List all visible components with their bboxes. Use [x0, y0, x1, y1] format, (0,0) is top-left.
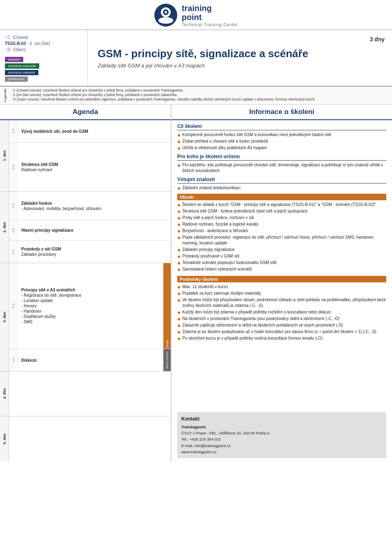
vstupni-title: Vstupní znalosti [177, 177, 386, 184]
prokoho-block: Pro koho je školení určeno ● Pro každého… [177, 154, 386, 174]
svg-point-4 [158, 17, 173, 24]
day-label-2: 2. den [0, 192, 9, 263]
podminky-block: Podmínky školení ●Max. 12 studentů v kur… [177, 276, 386, 342]
agenda-d3b1: 6.h Principy sítě v A3 scénářích - Regis… [9, 263, 171, 349]
obsah-item-8: ●Tematické scénáře popisující funkcional… [177, 260, 386, 266]
podminky-item-6: ●Zdarma je po školení poskytováno až x h… [177, 329, 386, 335]
bullet-o-7: ● [177, 253, 180, 259]
obsah-item-0: ●Školení se skládá z kurzů "GSM - princi… [177, 202, 386, 208]
bullet-p-4: ● [177, 316, 180, 322]
legend-items: · C (Closed course): Uzavřené školení ur… [11, 88, 316, 101]
podminky-title: Podmínky školení [177, 276, 386, 282]
legend-label: Legenda [3, 89, 7, 102]
info-header: Informace o školení [172, 105, 392, 120]
day-labels-col: 1. den 2. den 3. den 4. den [0, 120, 9, 461]
bullet-o-0: ● [177, 202, 180, 208]
content-d1b1: Vývoj mobilních sítí, úvod do GSM [18, 120, 171, 142]
day-label-5: 5. den [0, 416, 9, 461]
bullet-p-3: ● [177, 309, 180, 315]
color-bar-gray: Školící místnost [163, 349, 171, 371]
agenda-header: Agenda [0, 105, 171, 120]
agenda-d5-empty [9, 416, 171, 461]
obsah-title: Obsah [177, 194, 386, 200]
obsah-item-3: ●Rádiové rozhraní, fyzické a logické kan… [177, 222, 386, 227]
tagline: Technical Training Center [182, 22, 238, 27]
podminky-item-7: ●Po skončení kurzu je v případě potřeby … [177, 336, 386, 341]
day-label-1: 1. den [0, 120, 9, 192]
bullet-o-6: ● [177, 247, 180, 253]
cil-title: Cíl školení [177, 123, 386, 130]
bullet-pk-0: ● [177, 162, 180, 168]
code-types: - C (Closed) TS2G-B-03 - S (on-Site) - O… [5, 34, 82, 53]
contact-title: Kontakt [181, 415, 382, 423]
agenda-d1b1: 1.h Vývoj mobilních sítí, úvod do GSM [9, 120, 171, 143]
cil-item-0: ● Komplexně porozumět funkcí sítě GSM a … [177, 132, 386, 138]
course-strip: - C (Closed) TS2G-B-03 - S (on-Site) - O… [0, 30, 392, 87]
podminky-item-3: ●Každý den může být zdarma v případě pot… [177, 309, 386, 315]
tag-expertni: expertní [5, 57, 23, 62]
contact-company: Trainingpoint [181, 424, 382, 430]
course-title: GSM - principy sítě, signalizace a scéná… [98, 47, 351, 60]
right-info-panel: GSM - principy sítě, signalizace a scéná… [88, 30, 392, 86]
agenda-d3b2: 1.h Diskuze Školící místnost [9, 349, 171, 371]
logo-text: training point Technical Training Center [182, 4, 238, 27]
color-bar-orange: Teorie [163, 263, 171, 349]
hour-6h-d3b1: 6.h [9, 263, 18, 349]
obsah-items: ●Školení se skládá z kurzů "GSM - princi… [177, 202, 386, 272]
cil-item-2: ● Utřídit si vědomosti díky praktickým A… [177, 145, 386, 151]
podminky-item-1: ●Poplatek za kurz zahrnuje studijní mate… [177, 291, 386, 296]
contact-email: E-mail: info@trainingpoint.cz [181, 443, 382, 449]
agenda-d1b2: 4.h Struktura sítě GSM Rádiové rozhraní [9, 143, 171, 192]
logo-line1: training [182, 4, 238, 13]
vstupni-item-0: ● Základní znalost telekomunikací [177, 185, 386, 191]
bullet-o-1: ● [177, 208, 180, 214]
bullet-2: ● [177, 145, 180, 151]
legend-item-0: · C (Closed course): Uzavřené školení ur… [11, 88, 316, 92]
bullet-o-9: ● [177, 266, 180, 272]
agenda-d2b2: 2.h Hlavní principy signalizace [9, 220, 171, 241]
bullet-o-3: ● [177, 222, 180, 227]
obsah-item-1: ●Struktura sítě GSM - funkce jednotlivýc… [177, 208, 386, 214]
agenda-column: Agenda 1. den 2. den 3. den [0, 105, 172, 461]
bullet-p-0: ● [177, 284, 180, 290]
content-d3b2: Diskuze [18, 349, 163, 371]
podminky-item-5: ●Zákazník zajišťuje občerstvení a oběd n… [177, 322, 386, 328]
bullet-v-0: ● [177, 185, 180, 191]
obsah-item-6: ●Základní principy signalizace [177, 247, 386, 253]
obsah-item-4: ●Bezpečnost - autentizace a šifrování [177, 228, 386, 234]
content-d2b3: Protokoly v síti GSM Základní procedury [18, 241, 171, 263]
bullet-o-8: ● [177, 260, 180, 266]
contact-address: ČVUT v Praze - FEL, Velflíkova 10, 160 0… [181, 430, 382, 436]
tag-zakladni: technické základní [5, 70, 38, 75]
page-wrapper: training point Technical Training Center… [0, 0, 392, 461]
info-column: Informace o školení Cíl školení ● Komple… [172, 105, 392, 461]
bullet-p-1: ● [177, 291, 180, 296]
content-d1b2: Struktura sítě GSM Rádiové rozhraní [18, 143, 171, 191]
day-label-4: 4. den [0, 371, 9, 416]
obsah-block: Obsah ●Školení se skládá z kurzů "GSM - … [177, 194, 386, 273]
logo: training point Technical Training Center [154, 3, 238, 27]
info-body: Cíl školení ● Komplexně porozumět funkcí… [172, 120, 392, 410]
bullet-p-6: ● [177, 329, 180, 335]
hour-4h-d1b2: 4.h [9, 143, 18, 191]
podminky-item-4: ●Na školeních v prostorách Trainingpoint… [177, 316, 386, 322]
agenda-d2b1: 2.h Základní funkce - Adresování, mobili… [9, 192, 171, 220]
logo-icon [154, 3, 178, 27]
obsah-item-7: ●Protokoly používané v GSM síti [177, 253, 386, 259]
bullet-o-2: ● [177, 215, 180, 221]
prokoho-item-0: ● Pro každého, kdo potřebuje porozumět c… [177, 162, 386, 174]
skolici-label: Školící místnost [166, 351, 168, 369]
legend-bar: Legenda · C (Closed course): Uzavřené šk… [0, 87, 392, 105]
hour-2h-d2b3: 2.h [9, 241, 18, 263]
hour-2h-d2b2: 2.h [9, 220, 18, 240]
agenda-content-col: 1.h Vývoj mobilních sítí, úvod do GSM 4.… [9, 120, 171, 461]
obsah-item-9: ●Samostatné řešení vybraných scénářů [177, 266, 386, 272]
legend-item-2: · O (Open course): Otevřené školení urče… [11, 97, 316, 101]
bullet-p-5: ● [177, 322, 180, 328]
logo-line2: point [182, 13, 238, 22]
teorie-label: Teorie [166, 340, 169, 348]
content-d2b1: Základní funkce - Adresování, mobilita, … [18, 192, 171, 220]
agenda-d4-empty [9, 371, 171, 416]
legend-item-1: · S (on-Site course): Uzavřené školení u… [11, 93, 316, 97]
day-label-3: 3. den [0, 263, 9, 371]
